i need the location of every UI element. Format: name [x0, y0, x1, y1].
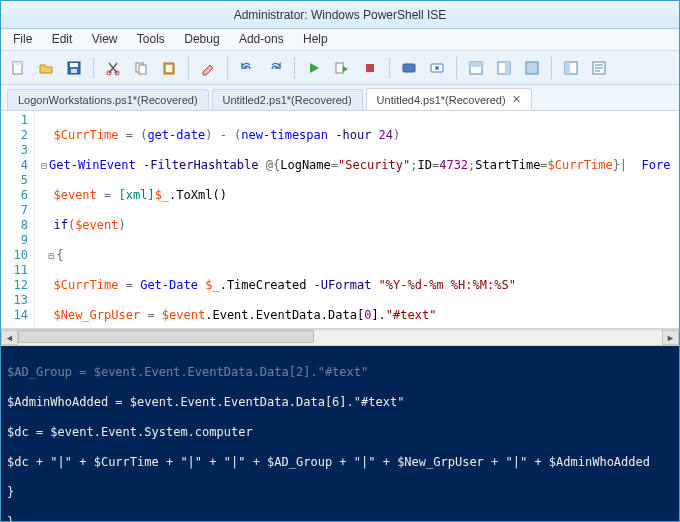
clear-output-button[interactable] — [197, 57, 219, 79]
svg-rect-19 — [505, 62, 510, 74]
window-title: Administrator: Windows PowerShell ISE — [234, 8, 447, 22]
svg-rect-22 — [565, 62, 570, 74]
svg-rect-20 — [526, 62, 538, 74]
scroll-left-icon[interactable]: ◄ — [1, 330, 18, 345]
show-script-pane-top-button[interactable] — [465, 57, 487, 79]
paste-button[interactable] — [158, 57, 180, 79]
scroll-right-icon[interactable]: ► — [662, 330, 679, 345]
code-body[interactable]: $CurrTime = (get-date) - (new-timespan -… — [35, 111, 679, 328]
svg-rect-4 — [71, 69, 77, 73]
svg-rect-10 — [166, 65, 172, 72]
redo-button[interactable] — [264, 57, 286, 79]
show-script-pane-max-button[interactable] — [521, 57, 543, 79]
line-number-gutter: 1234567891011121314 — [1, 111, 35, 328]
toolbar-separator — [188, 57, 189, 79]
svg-rect-3 — [70, 63, 78, 67]
console-pane[interactable]: $AD_Group = $event.Event.EventData.Data[… — [1, 346, 679, 521]
editor-horizontal-scrollbar[interactable]: ◄ ► — [1, 329, 679, 346]
menu-file[interactable]: File — [5, 29, 40, 49]
tab-untitled4[interactable]: Untitled4.ps1*(Recovered)✕ — [366, 88, 532, 110]
menu-view[interactable]: View — [84, 29, 126, 49]
tab-label: LogonWorkstations.ps1*(Recovered) — [18, 94, 198, 106]
scroll-track[interactable] — [18, 330, 662, 345]
start-remote-button[interactable] — [426, 57, 448, 79]
show-command-addon-button[interactable] — [560, 57, 582, 79]
tab-untitled2[interactable]: Untitled2.ps1*(Recovered) — [212, 89, 363, 110]
menu-tools[interactable]: Tools — [129, 29, 173, 49]
toolbar-separator — [294, 57, 295, 79]
save-button[interactable] — [63, 57, 85, 79]
toolbar-separator — [456, 57, 457, 79]
toolbar-separator — [551, 57, 552, 79]
console-line: $dc + "|" + $CurrTime + "|" + "|" + $AD_… — [7, 455, 673, 470]
copy-button[interactable] — [130, 57, 152, 79]
menu-bar: File Edit View Tools Debug Add-ons Help — [1, 29, 679, 51]
toolbar-separator — [227, 57, 228, 79]
svg-rect-8 — [139, 65, 146, 74]
toolbar-separator — [93, 57, 94, 79]
menu-help[interactable]: Help — [295, 29, 336, 49]
close-icon[interactable]: ✕ — [512, 93, 521, 106]
new-file-button[interactable] — [7, 57, 29, 79]
toolbar — [1, 51, 679, 85]
editor-tabs: LogonWorkstations.ps1*(Recovered) Untitl… — [1, 85, 679, 111]
svg-rect-12 — [366, 64, 374, 72]
open-file-button[interactable] — [35, 57, 57, 79]
svg-point-15 — [435, 66, 439, 70]
tab-logonworkstations[interactable]: LogonWorkstations.ps1*(Recovered) — [7, 89, 209, 110]
menu-edit[interactable]: Edit — [44, 29, 81, 49]
console-line: } — [7, 485, 673, 500]
svg-rect-13 — [403, 64, 415, 72]
fold-icon[interactable]: ⊟ — [46, 248, 56, 263]
toolbar-separator — [389, 57, 390, 79]
console-line: } — [7, 515, 673, 521]
tab-label: Untitled4.ps1*(Recovered) — [377, 94, 506, 106]
run-selection-button[interactable] — [331, 57, 353, 79]
script-editor[interactable]: 1234567891011121314 $CurrTime = (get-dat… — [1, 111, 679, 329]
tab-label: Untitled2.ps1*(Recovered) — [223, 94, 352, 106]
menu-addons[interactable]: Add-ons — [231, 29, 292, 49]
window-title-bar: Administrator: Windows PowerShell ISE — [1, 1, 679, 29]
undo-button[interactable] — [236, 57, 258, 79]
fold-icon[interactable]: ⊟ — [39, 158, 49, 173]
console-line: $AD_Group = $event.Event.EventData.Data[… — [7, 365, 673, 380]
console-line: $dc = $event.Event.System.computer — [7, 425, 673, 440]
stop-button[interactable] — [359, 57, 381, 79]
console-line: $AdminWhoAdded = $event.Event.EventData.… — [7, 395, 673, 410]
menu-debug[interactable]: Debug — [176, 29, 227, 49]
show-script-pane-right-button[interactable] — [493, 57, 515, 79]
cut-button[interactable] — [102, 57, 124, 79]
svg-rect-17 — [470, 62, 482, 67]
run-script-button[interactable] — [303, 57, 325, 79]
svg-rect-11 — [336, 63, 343, 73]
svg-rect-1 — [13, 62, 22, 65]
new-remote-tab-button[interactable] — [398, 57, 420, 79]
show-command-window-button[interactable] — [588, 57, 610, 79]
scroll-thumb[interactable] — [18, 330, 314, 343]
